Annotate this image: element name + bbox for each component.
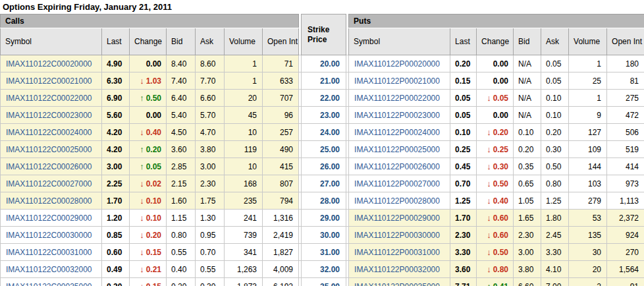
call-change-value: 0.15	[146, 248, 161, 257]
put-change-value: 0.00	[493, 76, 508, 86]
put-symbol-cell: IMAX110122P00020000	[349, 55, 450, 72]
call-change-value: 0.10	[146, 196, 161, 206]
call-last: 6.30	[102, 72, 130, 90]
put-symbol-link[interactable]: IMAX110122P00021000	[354, 76, 440, 86]
call-symbol-link[interactable]: IMAX110122C00031000	[6, 248, 92, 257]
put-change: ↓0.30	[477, 158, 514, 175]
down-arrow-icon: ↓	[140, 127, 144, 137]
call-open-int: 633	[263, 72, 299, 90]
call-open-int: 4,009	[263, 261, 299, 278]
put-symbol-cell: IMAX110122P00027000	[349, 175, 450, 192]
put-symbol-link[interactable]: IMAX110122P00022000	[354, 94, 440, 103]
calls-section-header: Calls	[1, 14, 299, 28]
put-last: 0.25	[450, 141, 477, 158]
put-open-int: 472	[607, 107, 644, 124]
call-ask: 4.70	[196, 124, 225, 141]
call-last: 0.20	[102, 278, 130, 286]
put-symbol-link[interactable]: IMAX110122P00026000	[354, 162, 440, 171]
put-symbol-link[interactable]: IMAX110122P00027000	[354, 179, 440, 188]
call-last: 0.49	[102, 261, 130, 278]
put-ask: 4.10	[541, 261, 569, 278]
call-symbol-link[interactable]: IMAX110122C00027000	[6, 179, 92, 188]
call-symbol-link[interactable]: IMAX110122C00021000	[6, 76, 92, 86]
put-volume: 1	[569, 55, 607, 72]
call-open-int: 490	[263, 141, 299, 158]
call-volume: 341	[225, 244, 263, 261]
put-symbol-link[interactable]: IMAX110122P00030000	[354, 231, 440, 240]
call-symbol-link[interactable]: IMAX110122C00022000	[6, 94, 92, 103]
call-open-int: 807	[263, 175, 299, 192]
put-change-value: 0.00	[493, 111, 508, 120]
put-last: 3.60	[450, 261, 477, 278]
put-symbol-link[interactable]: IMAX110122P00029000	[354, 214, 440, 223]
option-row: IMAX110122C000310000.60↓0.150.550.703411…	[1, 244, 644, 261]
option-row: IMAX110122C000290001.20↓0.101.151.302411…	[1, 210, 644, 227]
put-symbol-link[interactable]: IMAX110122P00035000	[354, 282, 440, 286]
call-volume: 20	[225, 90, 263, 107]
put-bid: 0.20	[514, 141, 541, 158]
call-symbol-cell: IMAX110122C00029000	[1, 210, 102, 227]
put-symbol-link[interactable]: IMAX110122P00032000	[354, 265, 440, 274]
strike-price: 25.00	[302, 141, 346, 158]
put-symbol-link[interactable]: IMAX110122P00024000	[354, 128, 440, 137]
call-change-value: 0.00	[146, 111, 161, 120]
call-symbol-link[interactable]: IMAX110122C00025000	[6, 145, 92, 154]
put-open-int: 270	[607, 244, 644, 261]
call-symbol-cell: IMAX110122C00027000	[1, 175, 102, 192]
call-ask: 0.55	[196, 261, 225, 278]
put-symbol-link[interactable]: IMAX110122P00023000	[354, 111, 440, 120]
put-ask: 0.05	[541, 55, 569, 72]
put-last: 0.05	[450, 107, 477, 124]
put-bid: 3.00	[514, 244, 541, 261]
call-change: ↓0.21	[130, 261, 167, 278]
down-arrow-icon: ↓	[140, 247, 144, 257]
call-symbol-link[interactable]: IMAX110122C00029000	[6, 214, 92, 223]
call-ask: 1.75	[196, 192, 225, 210]
option-row: IMAX110122C000210006.30↓1.037.407.701633…	[1, 72, 644, 90]
call-last: 6.90	[102, 90, 130, 107]
call-change: ↓0.15	[130, 278, 167, 286]
put-change-value: 0.50	[493, 248, 508, 257]
put-bid: 1.05	[514, 192, 541, 210]
put-open-int: 506	[607, 124, 644, 141]
call-symbol-link[interactable]: IMAX110122C00035000	[6, 282, 92, 286]
down-arrow-icon: ↓	[487, 264, 491, 274]
call-symbol-link[interactable]: IMAX110122C00023000	[6, 111, 92, 120]
calls-column-header-ask: Ask	[196, 28, 225, 55]
put-symbol-cell: IMAX110122P00028000	[349, 192, 450, 210]
call-bid: 2.15	[167, 175, 196, 192]
call-change: ↓0.02	[130, 175, 167, 192]
put-change: ↓0.25	[477, 141, 514, 158]
call-volume: 1	[225, 72, 263, 90]
call-symbol-link[interactable]: IMAX110122C00028000	[6, 196, 92, 206]
put-change-value: 0.00	[493, 59, 508, 69]
call-bid: 0.55	[167, 244, 196, 261]
put-symbol-cell: IMAX110122P00023000	[349, 107, 450, 124]
call-symbol-link[interactable]: IMAX110122C00030000	[6, 231, 92, 240]
call-symbol-link[interactable]: IMAX110122C00032000	[6, 265, 92, 274]
call-symbol-link[interactable]: IMAX110122C00024000	[6, 128, 92, 137]
call-open-int: 707	[263, 90, 299, 107]
put-symbol-cell: IMAX110122P00025000	[349, 141, 450, 158]
call-volume: 1,873	[225, 278, 263, 286]
put-bid: 0.65	[514, 175, 541, 192]
call-ask: 2.30	[196, 175, 225, 192]
put-change-value: 0.50	[493, 179, 508, 188]
call-volume: 1	[225, 55, 263, 72]
put-symbol-link[interactable]: IMAX110122P00025000	[354, 145, 440, 154]
put-last: 0.70	[450, 175, 477, 192]
call-symbol-link[interactable]: IMAX110122C00026000	[6, 162, 92, 171]
put-symbol-cell: IMAX110122P00031000	[349, 244, 450, 261]
put-symbol-link[interactable]: IMAX110122P00031000	[354, 248, 440, 257]
call-symbol-link[interactable]: IMAX110122C00020000	[6, 59, 92, 69]
call-ask: 8.60	[196, 55, 225, 72]
put-open-int: 81	[607, 72, 644, 90]
call-volume: 241	[225, 210, 263, 227]
put-symbol-cell: IMAX110122P00024000	[349, 124, 450, 141]
put-symbol-link[interactable]: IMAX110122P00028000	[354, 196, 440, 206]
call-last: 5.60	[102, 107, 130, 124]
call-last: 0.60	[102, 244, 130, 261]
put-symbol-link[interactable]: IMAX110122P00020000	[354, 59, 440, 69]
put-ask: 0.10	[541, 107, 569, 124]
put-change: ↓0.40	[477, 192, 514, 210]
